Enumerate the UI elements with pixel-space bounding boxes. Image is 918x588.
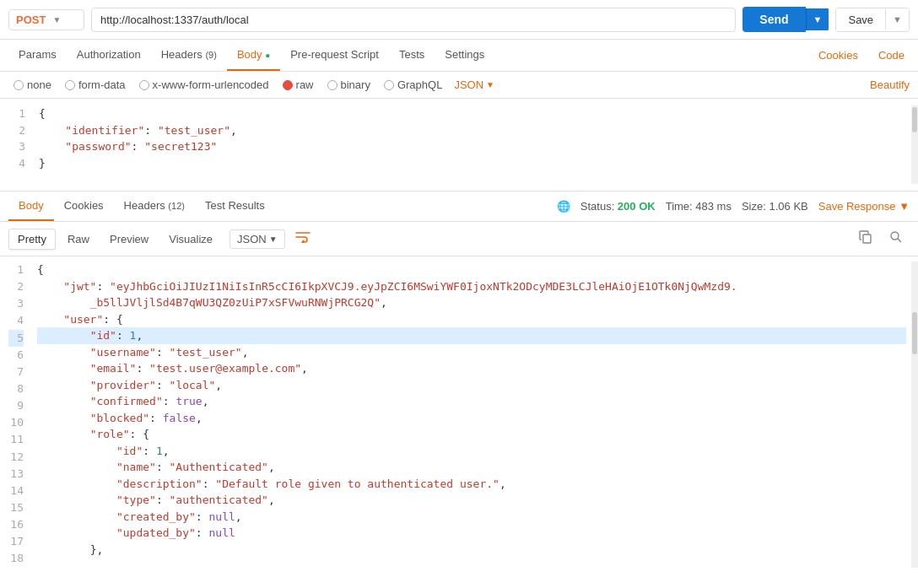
radio-graphql — [384, 80, 394, 90]
fmt-pretty[interactable]: Pretty — [8, 229, 56, 250]
option-urlencoded[interactable]: x-www-form-urlencoded — [134, 77, 274, 93]
radio-binary — [327, 80, 338, 90]
search-icon[interactable] — [883, 227, 910, 251]
response-editor: 1234 5 678910 1112131415 161718 { "jwt":… — [0, 256, 918, 573]
resp-line-17: "updated_by": null — [37, 525, 906, 542]
method-chevron-icon: ▼ — [52, 15, 61, 24]
save-button[interactable]: Save — [836, 8, 885, 31]
body-options: none form-data x-www-form-urlencoded raw… — [0, 72, 918, 99]
resp-scrollbar-thumb — [912, 312, 917, 354]
method-select[interactable]: POST ▼ — [8, 9, 84, 30]
save-arrow-button[interactable]: ▼ — [885, 9, 909, 30]
tab-body[interactable]: Body ● — [227, 40, 280, 71]
json-format-dropdown[interactable]: JSON ▼ — [454, 78, 494, 91]
url-input[interactable] — [91, 8, 736, 32]
top-bar: POST ▼ Send ▼ Save ▼ — [0, 0, 918, 40]
send-arrow-button[interactable]: ▼ — [806, 8, 829, 30]
radio-formdata — [65, 80, 75, 90]
cookies-link[interactable]: Cookies — [813, 40, 863, 70]
resp-line-10: "blocked": false, — [37, 410, 906, 427]
resp-line-6: "username": "test_user", — [37, 344, 906, 361]
beautify-button[interactable]: Beautify — [870, 78, 910, 91]
tab-prerequest[interactable]: Pre-request Script — [280, 40, 389, 71]
wrap-icon[interactable] — [289, 228, 317, 250]
req-line-1: { — [39, 105, 906, 122]
resp-code-content[interactable]: { "jwt": "eyJhbGciOiJIUzI1NiIsInR5cCI6Ik… — [32, 262, 911, 568]
req-code-content[interactable]: { "identifier": "test_user", "password":… — [34, 105, 911, 184]
radio-raw — [283, 80, 293, 90]
option-graphql[interactable]: GraphQL — [379, 77, 447, 93]
save-btn-group: Save ▼ — [835, 8, 910, 32]
tab-params[interactable]: Params — [8, 40, 67, 71]
resp-line-18: }, — [37, 542, 906, 558]
tab-headers[interactable]: Headers (9) — [151, 40, 227, 71]
option-none[interactable]: none — [8, 77, 57, 93]
resp-tab-body[interactable]: Body — [8, 192, 54, 221]
resp-line-5: "id": 1, — [37, 327, 906, 344]
method-label: POST — [16, 13, 46, 26]
resp-line-1: { — [37, 262, 906, 278]
resp-line-15: "type": "authenticated", — [37, 492, 906, 509]
req-line-2: "identifier": "test_user", — [39, 122, 906, 139]
fmt-visualize[interactable]: Visualize — [160, 229, 221, 249]
status-value: 200 OK — [618, 200, 656, 213]
size-label: Size: 1.06 KB — [742, 200, 808, 213]
copy-icon[interactable] — [852, 227, 879, 251]
send-btn-group: Send ▼ — [742, 7, 829, 32]
resp-json-chevron-icon: ▼ — [269, 235, 278, 244]
option-formdata[interactable]: form-data — [60, 77, 131, 93]
req-scrollbar[interactable] — [911, 105, 918, 184]
fmt-preview[interactable]: Preview — [101, 229, 157, 249]
resp-line-numbers: 1234 5 678910 1112131415 161718 — [0, 262, 32, 568]
resp-scrollbar[interactable] — [911, 262, 918, 568]
resp-line-9: "confirmed": true, — [37, 393, 906, 410]
resp-line-11: "role": { — [37, 426, 906, 443]
resp-line-7: "email": "test.user@example.com", — [37, 360, 906, 377]
resp-line-12: "id": 1, — [37, 443, 906, 460]
option-raw[interactable]: raw — [278, 77, 319, 93]
resp-line-14: "description": "Default role given to au… — [37, 476, 906, 493]
json-chevron-icon: ▼ — [486, 80, 494, 89]
resp-tab-cookies[interactable]: Cookies — [54, 192, 114, 221]
resp-line-2: "jwt": "eyJhbGciOiJIUzI1NiIsInR5cCI6IkpX… — [37, 278, 906, 295]
resp-line-16: "created_by": null, — [37, 509, 906, 526]
resp-action-icons — [852, 227, 910, 251]
code-link[interactable]: Code — [873, 40, 910, 70]
req-line-4: } — [39, 155, 906, 172]
status-label: Status: 200 OK — [580, 200, 656, 213]
tab-settings[interactable]: Settings — [435, 40, 494, 71]
fmt-raw[interactable]: Raw — [59, 229, 98, 249]
radio-none — [14, 80, 24, 90]
resp-line-4: "user": { — [37, 311, 906, 328]
radio-urlencoded — [139, 80, 149, 90]
request-tabs: Params Authorization Headers (9) Body ● … — [0, 40, 918, 72]
size-value: 1.06 KB — [769, 200, 807, 213]
globe-icon[interactable]: 🌐 — [557, 200, 570, 213]
option-binary[interactable]: binary — [322, 77, 375, 93]
tab-tests[interactable]: Tests — [389, 40, 435, 71]
resp-tab-testresults[interactable]: Test Results — [195, 192, 275, 221]
svg-rect-0 — [863, 235, 871, 243]
time-label: Time: 483 ms — [666, 200, 732, 213]
response-section: Body Cookies Headers (12) Test Results 🌐… — [0, 192, 918, 573]
resp-tab-headers[interactable]: Headers (12) — [114, 192, 195, 221]
time-value: 483 ms — [695, 200, 732, 213]
tab-authorization[interactable]: Authorization — [67, 40, 151, 71]
request-editor: 1234 { "identifier": "test_user", "passw… — [0, 99, 918, 192]
resp-json-dropdown[interactable]: JSON ▼ — [230, 229, 285, 249]
resp-line-3: _b5llJVljlSd4B7qWU3QZ0zUiP7xSFVwuRNWjPRC… — [37, 294, 906, 311]
resp-line-13: "name": "Authenticated", — [37, 459, 906, 476]
req-scrollbar-thumb — [912, 107, 917, 132]
req-line-3: "password": "secret123" — [39, 138, 906, 155]
send-button[interactable]: Send — [742, 7, 805, 32]
req-line-numbers: 1234 — [0, 105, 34, 184]
response-tabs-bar: Body Cookies Headers (12) Test Results 🌐… — [0, 192, 918, 222]
save-response-button[interactable]: Save Response ▼ — [818, 200, 910, 213]
resp-line-8: "provider": "local", — [37, 377, 906, 394]
response-format-bar: Pretty Raw Preview Visualize JSON ▼ — [0, 222, 918, 256]
